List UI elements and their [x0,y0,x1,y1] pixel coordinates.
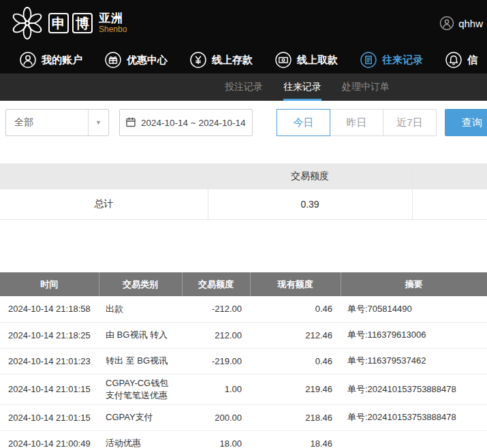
cell-type: 出款 [99,296,182,322]
cell-type: CGPAY支付 [99,404,182,430]
date-range-value: 2024-10-14 ~ 2024-10-14 [141,118,246,128]
date-range-input[interactable]: 2024-10-14 ~ 2024-10-14 [119,109,253,136]
col-summary: 摘要 [341,272,487,296]
table-row: 2024-10-14 21:01:23 转出 至 BG视讯 -219.00 0.… [0,348,487,374]
summary-header-empty [0,164,208,189]
user-avatar-icon [439,16,454,31]
col-amount: 交易额度 [182,272,250,296]
logo[interactable]: 申 博 亚洲 Shenbo [10,5,127,41]
lotus-logo-icon [10,5,45,41]
cell-type: 转出 至 BG视讯 [99,348,182,374]
cell-summary [341,430,487,448]
logo-char-shen: 申 [48,13,69,33]
cell-summary: 单号:116379613006 [341,322,487,348]
nav-label: 线上存款 [212,54,253,67]
quick-date-buttons: 今日 昨日 近7日 [277,109,437,136]
cell-balance: 212.46 [250,322,341,348]
cell-time: 2024-10-14 21:01:23 [0,348,99,374]
col-time: 时间 [0,272,99,296]
summary-total-row: 总计 0.39 [0,189,487,220]
table-row: 2024-10-14 21:18:25 由 BG视讯 转入 212.00 212… [0,322,487,348]
cell-amount: 18.00 [182,430,250,448]
summary-total-label: 总计 [0,189,208,220]
cell-amount: -212.00 [182,296,250,322]
nav-item-online-withdraw[interactable]: 线上取款 [274,51,338,69]
cell-amount: -219.00 [182,348,250,374]
tab-transaction-records[interactable]: 往来记录 [283,74,321,101]
withdraw-banknote-icon [274,51,292,69]
summary-header-row: 交易额度 [0,164,487,189]
cell-summary: 单号:202410153753888478 [341,404,487,430]
chevron-down-icon: ▼ [88,110,108,135]
nav-item-transaction-records[interactable]: 往来记录 [360,51,423,69]
nav-label: 优惠中心 [127,54,168,67]
logo-side: 亚洲 Shenbo [99,12,127,34]
table-row: 2024-10-14 21:01:15 CGPAY支付 200.00 218.4… [0,404,487,430]
search-button[interactable]: 查询 [445,109,487,136]
table-header-row: 时间 交易类别 交易额度 现有额度 摘要 [0,272,487,296]
nav-item-messages[interactable]: 信 [445,51,477,69]
username: qhhw [458,18,483,29]
table-row: 2024-10-14 21:01:15 CGPAY-CG钱包支付笔笔送优惠 1.… [0,374,487,404]
col-type: 交易类别 [99,272,182,296]
summary-empty-cell [412,189,487,220]
nav-label: 往来记录 [382,54,423,67]
summary-header-amount: 交易额度 [208,164,412,189]
account-icon [19,51,37,69]
message-bell-icon [445,51,462,69]
summary-table: 交易额度 总计 0.39 [0,163,487,220]
cell-time: 2024-10-14 21:00:49 [0,430,99,448]
tab-processing-orders[interactable]: 处理中订单 [342,74,390,101]
cell-balance: 219.46 [250,374,341,404]
cell-time: 2024-10-14 21:18:58 [0,296,99,322]
cell-balance: 18.46 [250,430,341,448]
records-document-icon [360,51,377,69]
cell-time: 2024-10-14 21:18:25 [0,322,99,348]
cell-summary: 单号:705814490 [341,296,487,322]
main-nav: 我的账户 优惠中心 线上存款 线上取款 [0,46,487,74]
cell-balance: 0.46 [250,348,341,374]
nav-item-my-account[interactable]: 我的账户 [19,51,82,69]
nav-label: 线上取款 [297,54,338,67]
cell-summary: 单号:116379537462 [341,348,487,374]
deposit-yen-icon [189,51,207,69]
type-filter-select[interactable]: 全部 ▼ [5,109,109,136]
cell-amount: 200.00 [182,404,250,430]
table-row: 2024-10-14 21:00:49 活动优惠 18.00 18.46 [0,430,487,448]
last7days-button[interactable]: 近7日 [383,109,437,136]
cell-balance: 218.46 [250,404,341,430]
logo-region: 亚洲 [99,12,127,25]
logo-brand-en: Shenbo [99,25,127,35]
today-button[interactable]: 今日 [277,109,330,136]
top-header: 申 博 亚洲 Shenbo qhhw [0,0,487,46]
cell-type: 由 BG视讯 转入 [99,322,182,348]
user-account[interactable]: qhhw [439,16,483,31]
table-row: 2024-10-14 21:18:58 出款 -212.00 0.46 单号:7… [0,296,487,322]
cell-amount: 212.00 [182,322,250,348]
nav-label: 信 [467,54,477,67]
filter-bar: 全部 ▼ 2024-10-14 ~ 2024-10-14 今日 昨日 近7日 查… [0,101,487,143]
tab-bet-records[interactable]: 投注记录 [225,74,263,101]
nav-label: 我的账户 [42,54,82,67]
summary-total-value: 0.39 [208,189,412,220]
yesterday-button[interactable]: 昨日 [330,109,383,136]
sub-nav: 投注记录 往来记录 处理中订单 [0,74,487,101]
cell-balance: 0.46 [250,296,341,322]
cell-time: 2024-10-14 21:01:15 [0,374,99,404]
nav-item-promo-center[interactable]: 优惠中心 [104,51,168,69]
cell-type: CGPAY-CG钱包支付笔笔送优惠 [99,374,182,404]
nav-item-online-deposit[interactable]: 线上存款 [189,51,253,69]
cell-time: 2024-10-14 21:01:15 [0,404,99,430]
type-filter-value: 全部 [6,116,88,129]
cell-amount: 1.00 [182,374,250,404]
summary-header-empty [412,164,487,189]
calendar-icon [125,116,136,129]
transactions-table: 时间 交易类别 交易额度 现有额度 摘要 2024-10-14 21:18:58… [0,272,487,448]
promo-gift-icon [104,51,122,69]
cell-summary: 单号:202410153753888478 [341,374,487,404]
col-balance: 现有额度 [250,272,341,296]
cell-type: 活动优惠 [99,430,182,448]
logo-char-bo: 博 [72,13,93,33]
